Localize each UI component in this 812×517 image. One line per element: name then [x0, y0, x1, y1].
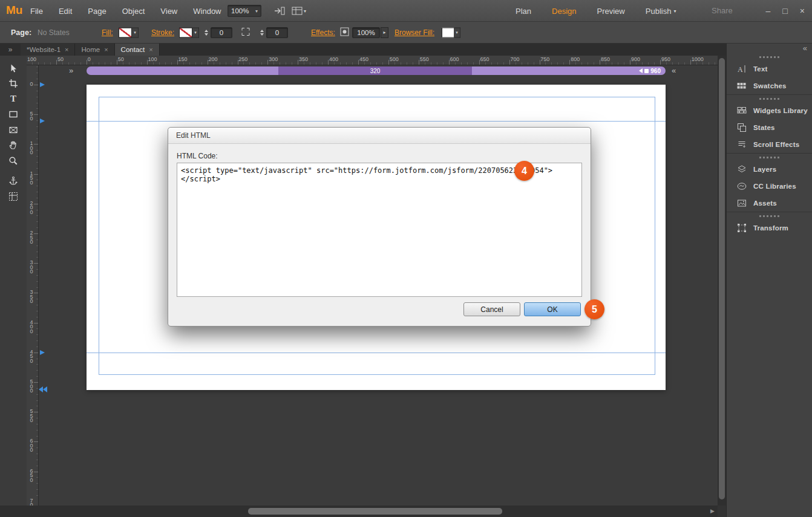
mode-design-button[interactable]: Design [552, 7, 576, 16]
dialog-titlebar[interactable]: Edit HTML [168, 128, 591, 144]
go-to-page-icon[interactable] [273, 6, 286, 16]
screen-mode-icon[interactable]: ▾ [292, 6, 306, 16]
stroke-link[interactable]: Stroke: [151, 28, 174, 37]
svg-text:A: A [738, 65, 743, 74]
panel-item-label: Text [753, 65, 768, 73]
ok-button[interactable]: OK [524, 302, 581, 316]
widgets-icon [736, 106, 747, 115]
minimize-button[interactable]: – [766, 6, 771, 16]
cancel-button[interactable]: Cancel [463, 302, 520, 316]
ruler-label: 400 [329, 56, 338, 62]
design-canvas[interactable]: » 320 960 « Edit HTML HTML [39, 65, 718, 506]
mode-preview-button[interactable]: Preview [597, 7, 625, 16]
footer-guide[interactable] [87, 353, 666, 353]
app-logo[interactable]: Mu [6, 4, 22, 17]
zoom-tool[interactable] [0, 153, 27, 169]
stroke-weight-field[interactable]: 0 [211, 27, 232, 38]
panel-item-assets[interactable]: Assets [727, 195, 812, 212]
rectangle-tool[interactable] [0, 107, 27, 123]
fill-swatch[interactable] [119, 27, 132, 37]
menu-window[interactable]: Window [193, 7, 221, 16]
guide-handle-icon[interactable] [40, 82, 45, 87]
chevron-down-icon: ▾ [255, 8, 258, 14]
chevron-down-icon: ▾ [304, 8, 306, 14]
ruler-label: 550 [420, 56, 429, 62]
page-width-value: 960 [650, 68, 661, 74]
panel-gripper-icon[interactable] [759, 215, 780, 217]
zoom-level-select[interactable]: 100% ▾ [228, 5, 261, 17]
anchor-tool[interactable] [0, 174, 27, 189]
panel-item-layers[interactable]: Layers [727, 161, 812, 178]
effects-link[interactable]: Effects: [311, 28, 335, 37]
mode-publish-button[interactable]: Publish▾ [646, 7, 676, 16]
guide-handle-icon[interactable] [40, 350, 45, 355]
fill-link[interactable]: Fill: [102, 28, 113, 37]
selected-width-segment[interactable]: 320 [278, 67, 472, 75]
corner-radius-stepper[interactable] [259, 27, 265, 38]
browser-fill-link[interactable]: Browser Fill: [395, 28, 434, 37]
close-icon[interactable]: × [104, 46, 108, 53]
chevron-down-icon[interactable]: ▾ [192, 27, 199, 37]
page-width-bar[interactable]: 320 960 [87, 67, 666, 75]
chevrons-left-icon[interactable]: « [672, 66, 676, 75]
guide-handle-icon[interactable] [40, 119, 45, 123]
stroke-swatch[interactable] [179, 27, 192, 37]
collapse-panels-icon[interactable]: « [803, 44, 807, 53]
header-guide[interactable] [87, 121, 666, 122]
panel-item-text[interactable]: AText [727, 60, 812, 77]
scroll-right-arrow-icon[interactable]: ▶ [710, 508, 715, 514]
menu-view[interactable]: View [160, 7, 177, 16]
close-icon[interactable]: × [65, 46, 68, 53]
crop-tool[interactable] [0, 76, 27, 92]
panel-gripper-icon[interactable] [759, 98, 780, 100]
maximize-button[interactable]: □ [782, 6, 787, 16]
browser-fill-swatch[interactable] [442, 27, 455, 37]
document-tab-contact[interactable]: Contact× [115, 44, 160, 56]
horizontal-ruler: 1005005010015020025030035040045050055060… [27, 56, 718, 65]
horizontal-scrollbar[interactable]: ▶ [0, 506, 726, 517]
page-width-handle[interactable]: 960 [639, 67, 661, 75]
menu-file[interactable]: File [30, 7, 43, 16]
rectangle-frame-tool[interactable] [0, 122, 27, 138]
mode-plan-button[interactable]: Plan [516, 7, 531, 16]
layers-icon [736, 164, 747, 174]
ruler-label: 900 [631, 56, 640, 62]
panel-gripper-icon[interactable] [759, 157, 780, 158]
panel-item-transform[interactable]: Transform [727, 219, 812, 236]
panel-item-cc-libraries[interactable]: CC Libraries [727, 178, 812, 195]
chevrons-right-icon[interactable]: » [69, 66, 73, 75]
panel-item-states[interactable]: States [727, 119, 812, 136]
corner-radius-field[interactable]: 0 [266, 27, 288, 38]
stroke-weight-stepper[interactable] [203, 27, 209, 38]
panel-item-swatches[interactable]: Swatches [727, 77, 812, 94]
page-bottom-handle-icon[interactable] [39, 386, 47, 392]
vertical-scrollbar[interactable] [718, 56, 726, 506]
slice-tool[interactable] [0, 189, 27, 204]
panel-item-widgets-library[interactable]: Widgets Library [727, 102, 812, 119]
horizontal-scroll-thumb[interactable] [248, 508, 502, 515]
menu-page[interactable]: Page [88, 7, 106, 16]
close-icon[interactable]: × [149, 46, 152, 53]
document-tab-home[interactable]: Home× [75, 44, 114, 56]
share-button[interactable]: Share [712, 6, 733, 15]
html-code-textarea[interactable]: <script type="text/javascript" src="http… [177, 163, 582, 297]
menu-edit[interactable]: Edit [59, 7, 72, 16]
panel-gripper-icon[interactable] [759, 56, 780, 58]
states-value[interactable]: No States [38, 28, 70, 37]
menubar: Mu FileEditPageObjectViewWindowHelp 100%… [0, 0, 812, 22]
expand-panel-icon[interactable]: » [0, 44, 21, 56]
vertical-scroll-thumb[interactable] [719, 58, 725, 499]
text-tool[interactable]: T [0, 91, 27, 107]
document-tab-website1[interactable]: *Website-1× [21, 44, 75, 56]
chevron-right-icon[interactable]: ▸ [381, 27, 388, 38]
opacity-field[interactable]: 100% [352, 27, 380, 38]
panel-item-scroll-effects[interactable]: Scroll Effects [727, 136, 812, 153]
effects-icon[interactable] [340, 27, 349, 38]
menu-object[interactable]: Object [122, 7, 145, 16]
selection-tool[interactable] [0, 60, 27, 76]
chevron-down-icon[interactable]: ▾ [132, 27, 139, 37]
hand-tool[interactable] [0, 138, 27, 154]
close-button[interactable]: × [800, 6, 805, 16]
chevron-down-icon[interactable]: ▾ [454, 27, 460, 37]
corner-radius-icon [241, 27, 250, 38]
